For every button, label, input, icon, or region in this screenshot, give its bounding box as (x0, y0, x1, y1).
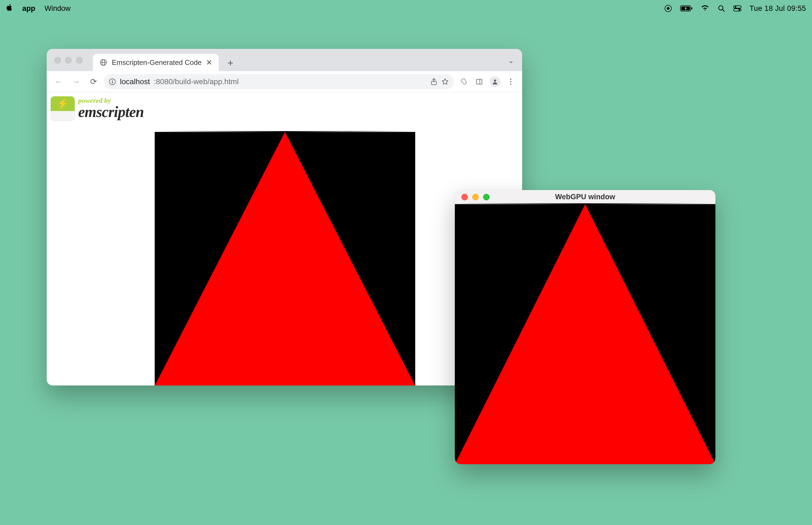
close-tab-icon[interactable]: ✕ (206, 58, 212, 67)
svg-rect-18 (477, 79, 482, 84)
emscripten-logo-icon: ⚡ (50, 96, 75, 121)
chrome-tabstrip: Emscripten-Generated Code ✕ ＋ ⌄ (47, 49, 522, 71)
url-host: localhost (120, 77, 150, 86)
webgpu-canvas[interactable] (155, 132, 415, 386)
native-window: WebGPU window (455, 190, 715, 464)
chrome-traffic-lights (54, 57, 82, 63)
svg-point-15 (112, 80, 113, 81)
chrome-toolbar: ← → ⟳ localhost:8080/build-web/app.html (47, 71, 522, 92)
url-path: :8080/build-web/app.html (154, 77, 239, 86)
chrome-toolbar-icons (457, 75, 517, 88)
bookmark-icon[interactable] (441, 78, 449, 86)
svg-line-6 (722, 10, 724, 11)
red-triangle (455, 203, 715, 464)
svg-point-21 (510, 78, 511, 80)
native-window-title: WebGPU window (455, 193, 715, 201)
zoom-window-button[interactable] (76, 57, 82, 63)
site-info-icon[interactable] (109, 78, 116, 86)
svg-point-23 (510, 83, 511, 85)
macos-menubar: app Window Tue 18 Jul 09:55 (0, 0, 812, 17)
webgpu-canvas[interactable] (455, 204, 715, 464)
reload-button[interactable]: ⟳ (86, 75, 101, 89)
menubar-app-name[interactable]: app (22, 4, 35, 13)
emscripten-brand-label: emscripten (78, 104, 144, 119)
menubar-datetime[interactable]: Tue 18 Jul 09:55 (750, 4, 806, 13)
chrome-page-content: ⚡ powered by emscripten (47, 92, 522, 386)
profile-avatar[interactable] (489, 75, 502, 88)
close-window-button[interactable] (54, 57, 61, 63)
svg-point-20 (494, 79, 496, 82)
menubar-left: app Window (6, 4, 71, 13)
new-tab-button[interactable]: ＋ (224, 56, 237, 70)
url-bar[interactable]: localhost:8080/build-web/app.html (104, 74, 454, 89)
control-center-icon[interactable] (733, 5, 741, 12)
chrome-menu-icon[interactable] (504, 75, 517, 88)
globe-icon (99, 58, 107, 66)
emscripten-badge: ⚡ powered by emscripten (50, 96, 144, 121)
search-icon[interactable] (718, 5, 725, 12)
sidepanel-icon[interactable] (473, 75, 486, 88)
native-titlebar: WebGPU window (455, 190, 715, 204)
forward-button[interactable]: → (69, 75, 83, 89)
minimize-window-button[interactable] (65, 57, 72, 63)
bolt-icon: ⚡ (57, 98, 69, 109)
tabs-dropdown-icon[interactable]: ⌄ (508, 57, 514, 65)
share-icon[interactable] (430, 78, 438, 86)
extensions-icon[interactable] (457, 75, 470, 88)
screen-record-icon[interactable] (664, 5, 672, 12)
menubar-right: Tue 18 Jul 09:55 (664, 4, 806, 13)
svg-rect-16 (112, 81, 113, 84)
browser-tab[interactable]: Emscripten-Generated Code ✕ (93, 54, 219, 71)
svg-point-22 (510, 81, 511, 82)
apple-menu-icon[interactable] (6, 4, 13, 13)
svg-point-8 (735, 6, 736, 8)
svg-point-10 (738, 9, 740, 11)
svg-point-1 (667, 7, 670, 10)
menubar-item-window[interactable]: Window (45, 4, 71, 13)
back-button[interactable]: ← (51, 75, 66, 89)
battery-icon[interactable] (680, 5, 693, 12)
chrome-window: Emscripten-Generated Code ✕ ＋ ⌄ ← → ⟳ lo… (47, 49, 522, 386)
red-triangle (155, 131, 415, 386)
tab-title: Emscripten-Generated Code (112, 58, 202, 67)
svg-rect-4 (691, 7, 692, 10)
wifi-icon[interactable] (701, 5, 709, 12)
